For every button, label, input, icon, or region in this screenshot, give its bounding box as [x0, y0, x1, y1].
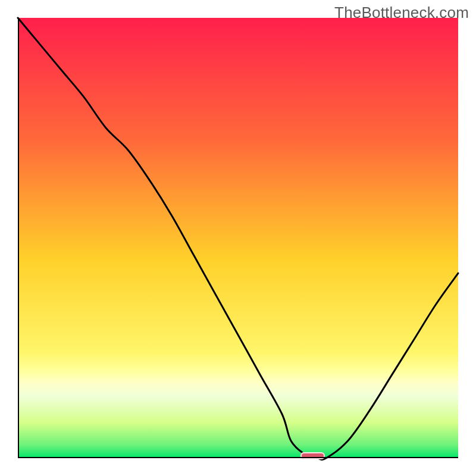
curve-layer	[18, 18, 458, 458]
optimal-marker	[300, 452, 325, 459]
x-axis	[18, 457, 458, 458]
plot-area	[18, 18, 458, 458]
chart-container: TheBottleneck.com	[0, 0, 476, 476]
y-axis	[18, 18, 19, 458]
bottleneck-curve	[18, 18, 458, 459]
watermark-text: TheBottleneck.com	[334, 4, 469, 22]
